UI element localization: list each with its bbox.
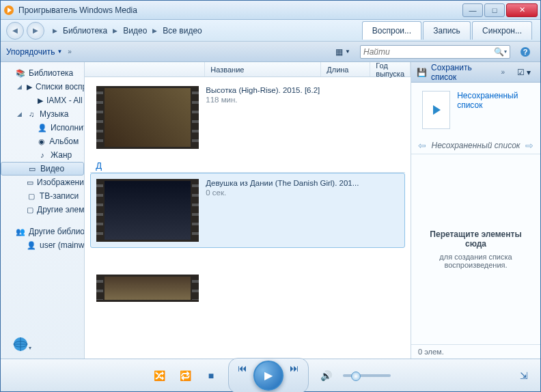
- album-icon: ◉: [38, 137, 46, 146]
- sidebar-tv[interactable]: ▢ТВ-записи: [1, 189, 84, 203]
- minimize-button[interactable]: —: [462, 3, 483, 17]
- transport-group: ⏮ ▶ ⏭: [228, 358, 309, 393]
- video-item[interactable]: [90, 268, 405, 308]
- organize-menu[interactable]: Упорядочить ▼: [6, 47, 62, 57]
- video-list[interactable]: Высотка (High-Rise). 2015. [6.2] 118 мин…: [85, 77, 411, 359]
- video-length: 118 мин.: [206, 96, 399, 104]
- playlist-icon: ▶: [27, 82, 32, 92]
- search-box[interactable]: 🔍 ▾: [360, 45, 510, 59]
- video-length: 0 сек.: [206, 188, 399, 197]
- sidebar-library[interactable]: 📚Библиотека: [1, 66, 84, 80]
- breadcrumb-library[interactable]: Библиотека: [59, 23, 111, 38]
- svg-marker-4: [433, 105, 441, 115]
- help-button[interactable]: ?: [516, 44, 535, 59]
- stop-button[interactable]: ■: [202, 367, 220, 384]
- playlist-nav-label: Несохраненный список: [432, 141, 521, 150]
- tab-sync[interactable]: Синхрон...: [472, 21, 532, 40]
- sidebar-playlist-item[interactable]: ▶IAMX - All album: [1, 94, 84, 107]
- wmp-icon: [3, 5, 14, 16]
- video-thumbnail[interactable]: [96, 275, 199, 302]
- back-button[interactable]: ◄: [6, 22, 24, 40]
- chevron-right-icon: ▶: [53, 27, 57, 34]
- playlist-icon: ▶: [38, 96, 43, 105]
- playlist-dropzone[interactable]: Перетащите элементы сюда для создания сп…: [411, 154, 540, 344]
- playlist-name[interactable]: Несохраненный список: [457, 91, 529, 129]
- collapse-icon[interactable]: ◢: [17, 83, 23, 90]
- playlist-status: 0 элем.: [411, 344, 540, 359]
- search-icon[interactable]: 🔍: [494, 47, 504, 57]
- maximize-button[interactable]: □: [484, 3, 505, 17]
- breadcrumb-all-video[interactable]: Все видео: [158, 23, 206, 38]
- nav-bar: ◄ ► ▶ Библиотека ▶ Видео ▶ Все видео Вос…: [1, 20, 540, 42]
- app-window: Проигрыватель Windows Media — □ ✕ ◄ ► ▶ …: [0, 0, 541, 392]
- playback-controls: 🔀 🔁 ■ ⏮ ▶ ⏭ 🔊 ⇲: [1, 359, 540, 391]
- user-icon: 👤: [27, 240, 36, 250]
- col-spacer[interactable]: [85, 62, 205, 76]
- playlist-panel: 💾 Сохранить список » ☑▾ Несохраненный сп…: [411, 62, 540, 359]
- next-list-button[interactable]: ⇨: [525, 140, 533, 151]
- next-button[interactable]: ⏭: [285, 361, 304, 376]
- prev-list-button[interactable]: ⇦: [418, 140, 426, 151]
- col-name[interactable]: Название: [205, 62, 321, 76]
- svg-text:?: ?: [523, 48, 528, 56]
- tv-icon: ▢: [27, 191, 36, 201]
- sidebar-music[interactable]: ◢♫Музыка: [1, 107, 84, 121]
- library-icon: 📚: [16, 68, 25, 78]
- close-button[interactable]: ✕: [506, 3, 538, 17]
- sidebar-genre[interactable]: ♪Жанр: [1, 148, 84, 162]
- view-mode-button[interactable]: ▦ ▼: [331, 45, 355, 59]
- chevron-right-icon: ▶: [152, 27, 157, 34]
- sidebar-other-libs[interactable]: 👥Другие библиотеки: [1, 225, 84, 238]
- sidebar-playlists[interactable]: ◢▶Списки воспроизве: [1, 80, 84, 94]
- more-icon[interactable]: »: [501, 68, 505, 76]
- volume-slider[interactable]: [343, 374, 391, 377]
- clear-icon: ☑: [517, 68, 525, 77]
- more-icon[interactable]: »: [68, 48, 72, 55]
- shuffle-button[interactable]: 🔀: [150, 367, 168, 384]
- video-item[interactable]: Высотка (High-Rise). 2015. [6.2] 118 мин…: [90, 80, 405, 155]
- save-icon: 💾: [417, 68, 427, 77]
- sidebar-artist[interactable]: 👤Исполнитель: [1, 121, 84, 135]
- genre-icon: ♪: [38, 150, 47, 160]
- content-area: 📚Библиотека ◢▶Списки воспроизве ▶IAMX - …: [1, 62, 540, 359]
- video-item[interactable]: Девушка из Дании (The Danish Girl). 201.…: [90, 173, 405, 248]
- window-title: Проигрыватель Windows Media: [18, 5, 462, 15]
- sidebar-album[interactable]: ◉Альбом: [1, 135, 84, 148]
- sidebar-user[interactable]: 👤user (mainwork): [1, 238, 84, 252]
- search-input[interactable]: [363, 47, 494, 57]
- options-button[interactable]: ☑▾: [513, 66, 535, 79]
- video-meta: Девушка из Дании (The Danish Girl). 201.…: [206, 179, 399, 242]
- playlist-header: Несохраненный список: [411, 83, 540, 137]
- save-list-button[interactable]: Сохранить список: [431, 63, 497, 82]
- repeat-button[interactable]: 🔁: [176, 367, 194, 384]
- col-length[interactable]: Длина: [321, 62, 370, 76]
- forward-button[interactable]: ►: [27, 22, 44, 40]
- music-icon: ♫: [27, 109, 36, 119]
- dropzone-sub: воспроизведения.: [444, 261, 507, 269]
- sidebar-other[interactable]: ▢Другие элементы м: [1, 203, 84, 216]
- sidebar-video[interactable]: ▭Видео: [1, 162, 84, 176]
- play-button[interactable]: ▶: [253, 361, 283, 391]
- tab-play[interactable]: Воспрои...: [362, 21, 421, 40]
- network-icon: 👥: [16, 227, 25, 236]
- video-thumbnail[interactable]: [96, 86, 199, 149]
- breadcrumb-video[interactable]: Видео: [119, 23, 151, 38]
- letter-separator: Д: [90, 159, 405, 173]
- chevron-down-icon: ▼: [57, 48, 62, 55]
- switch-view-button[interactable]: ⇲: [520, 370, 528, 381]
- video-icon: ▭: [27, 164, 37, 173]
- prev-button[interactable]: ⏮: [233, 361, 252, 376]
- playlist-nav: ⇦ Несохраненный список ⇨: [411, 137, 540, 154]
- chevron-down-icon[interactable]: ▾: [504, 48, 507, 55]
- mute-button[interactable]: 🔊: [317, 367, 335, 384]
- tab-burn[interactable]: Запись: [423, 21, 471, 40]
- sidebar-images[interactable]: ▭Изображения: [1, 176, 84, 189]
- dropzone-sub: для создания списка: [439, 253, 512, 261]
- online-stores-button[interactable]: ▾: [12, 335, 31, 354]
- collapse-icon[interactable]: ◢: [17, 111, 23, 117]
- col-year[interactable]: Год выпуска: [370, 62, 411, 76]
- video-thumbnail[interactable]: [96, 179, 199, 242]
- titlebar[interactable]: Проигрыватель Windows Media — □ ✕: [1, 1, 540, 20]
- artist-icon: 👤: [38, 123, 47, 132]
- playlist-file-icon[interactable]: [422, 91, 450, 129]
